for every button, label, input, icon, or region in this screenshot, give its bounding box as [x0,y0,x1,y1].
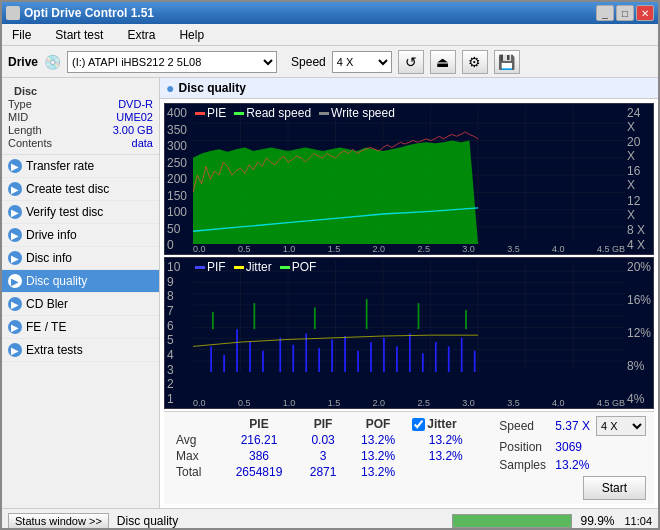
speed-row: Speed 5.37 X 4 X [499,416,646,436]
stats-table: PIE PIF POF Jitter [172,416,483,500]
stats-max-pif: 3 [298,448,348,464]
jitter-legend-label: Jitter [246,260,272,274]
cd-bler-label: CD Bler [26,297,68,311]
save-button[interactable]: 💾 [494,50,520,74]
maximize-button[interactable]: □ [616,5,634,21]
chart2-x-axis: 0.0 0.5 1.0 1.5 2.0 2.5 3.0 3.5 4.0 4.5 … [193,398,625,408]
stats-avg-pie: 216.21 [220,432,298,448]
stats-area: PIE PIF POF Jitter [164,411,654,504]
samples-val: 13.2% [555,458,589,472]
create-test-disc-label: Create test disc [26,182,109,196]
disc-quality-header-title: Disc quality [178,81,245,95]
app-title: Opti Drive Control 1.51 [24,6,154,20]
svg-rect-56 [212,312,214,329]
chart1-y-axis-left: 400 350 300 250 200 150 100 50 0 [165,104,193,254]
speed-select[interactable]: 4 X [332,51,392,73]
svg-rect-47 [370,342,372,372]
chart2-svg [193,260,625,372]
menu-extra[interactable]: Extra [121,26,161,44]
disc-mid-row: MID UME02 [8,111,153,123]
disc-contents-row: Contents data [8,137,153,149]
stats-max-jitter: 13.2% [408,448,483,464]
disc-type-key: Type [8,98,32,110]
disc-mid-key: MID [8,111,28,123]
svg-rect-58 [314,308,316,330]
status-window-button[interactable]: Status window >> [8,513,109,529]
title-bar-text: Opti Drive Control 1.51 [6,6,154,20]
sidebar-item-cd-bler[interactable]: ▶ CD Bler [2,293,159,316]
jitter-checkbox[interactable] [412,418,425,431]
sidebar-item-disc-quality[interactable]: ▶ Disc quality [2,270,159,293]
settings-button[interactable]: ⚙ [462,50,488,74]
title-bar: Opti Drive Control 1.51 _ □ ✕ [2,2,658,24]
status-time: 11:04 [624,515,652,527]
minimize-button[interactable]: _ [596,5,614,21]
svg-rect-61 [465,310,467,329]
main-layout: Disc Type DVD-R MID UME02 Length 3.00 GB… [2,78,658,508]
svg-rect-40 [279,338,281,373]
pie-legend-label: PIE [207,106,226,120]
sidebar-item-disc-info[interactable]: ▶ Disc info [2,247,159,270]
drive-select[interactable]: (I:) ATAPI iHBS212 2 5L08 [67,51,277,73]
menu-bar: File Start test Extra Help [2,24,658,46]
stats-header-pie: PIE [220,416,298,432]
svg-rect-36 [223,355,225,372]
stats-avg-jitter: 13.2% [408,432,483,448]
disc-quality-header: ● Disc quality [160,78,658,99]
menu-start-test[interactable]: Start test [49,26,109,44]
progress-bar [452,514,572,528]
samples-label: Samples [499,458,549,472]
stats-header-pif: PIF [298,416,348,432]
read-speed-legend-label: Read speed [246,106,311,120]
svg-rect-38 [249,342,251,372]
sidebar-item-verify-test-disc[interactable]: ▶ Verify test disc [2,201,159,224]
close-button[interactable]: ✕ [636,5,654,21]
pie-legend-dot [195,112,205,115]
svg-rect-37 [236,329,238,372]
stats-max-pof: 13.2% [348,448,408,464]
svg-marker-16 [193,141,478,245]
svg-rect-55 [474,351,476,373]
disc-length-row: Length 3.00 GB [8,124,153,136]
stats-header-pof: POF [348,416,408,432]
sidebar-item-transfer-rate[interactable]: ▶ Transfer rate [2,155,159,178]
cd-bler-icon: ▶ [8,297,22,311]
stats-row-max: Max 386 3 13.2% 13.2% [172,448,483,464]
speed-select-stats[interactable]: 4 X [596,416,646,436]
disc-type-val: DVD-R [118,98,153,110]
sidebar-item-drive-info[interactable]: ▶ Drive info [2,224,159,247]
pof-legend-label: POF [292,260,317,274]
content-area: ● Disc quality PIE Read speed [160,78,658,508]
sidebar-item-fe-te[interactable]: ▶ FE / TE [2,316,159,339]
stats-header-empty [172,416,220,432]
drive-info-label: Drive info [26,228,77,242]
create-test-disc-icon: ▶ [8,182,22,196]
disc-contents-key: Contents [8,137,52,149]
sidebar-item-create-test-disc[interactable]: ▶ Create test disc [2,178,159,201]
stats-total-pif: 2871 [298,464,348,480]
start-button[interactable]: Start [583,476,646,500]
menu-help[interactable]: Help [173,26,210,44]
stats-header-jitter-check[interactable]: Jitter [408,416,483,432]
stats-total-jitter [408,464,483,480]
menu-file[interactable]: File [6,26,37,44]
stats-avg-pif: 0.03 [298,432,348,448]
chart1: PIE Read speed Write speed 400 350 300 [164,103,654,255]
eject-button[interactable]: ⏏ [430,50,456,74]
drive-icon: 💿 [44,54,61,70]
stats-row-avg: Avg 216.21 0.03 13.2% 13.2% [172,432,483,448]
svg-rect-41 [292,345,294,373]
refresh-button[interactable]: ↺ [398,50,424,74]
write-speed-legend-label: Write speed [331,106,395,120]
speed-val: 5.37 X [555,419,590,433]
sidebar-item-extra-tests[interactable]: ▶ Extra tests [2,339,159,362]
disc-length-key: Length [8,124,42,136]
progress-bar-fill [453,515,571,527]
svg-rect-39 [262,351,264,373]
extra-tests-label: Extra tests [26,343,83,357]
charts-area: PIE Read speed Write speed 400 350 300 [160,99,658,508]
stats-total-label: Total [172,464,220,480]
svg-rect-52 [435,342,437,372]
svg-rect-54 [461,338,463,373]
svg-rect-49 [396,346,398,372]
